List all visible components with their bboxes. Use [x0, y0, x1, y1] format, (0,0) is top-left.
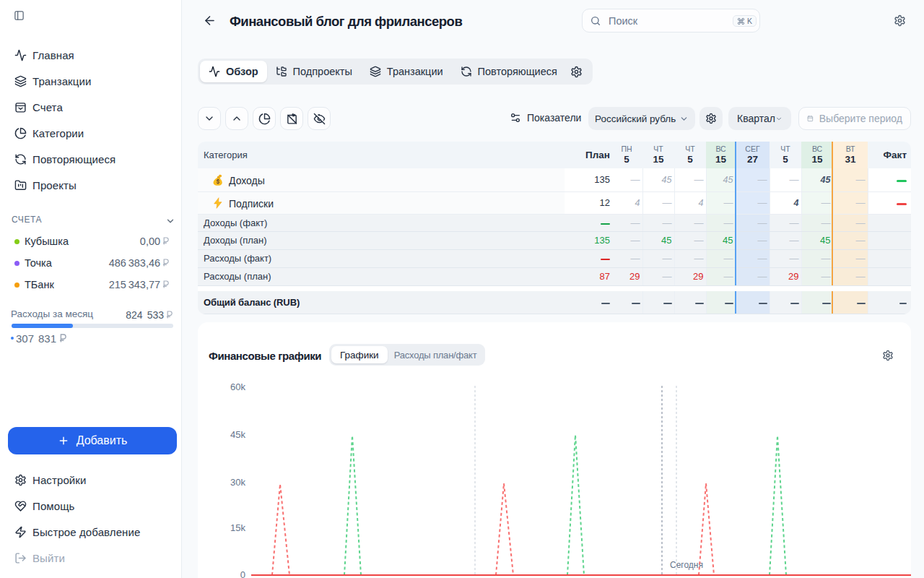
svg-text:45k: 45k — [230, 429, 245, 440]
svg-text:30k: 30k — [230, 477, 245, 488]
svg-text:0: 0 — [240, 569, 245, 578]
svg-text:15k: 15k — [230, 522, 245, 533]
svg-text:60k: 60k — [230, 381, 245, 392]
svg-text:Сегодня: Сегодня — [670, 560, 703, 570]
